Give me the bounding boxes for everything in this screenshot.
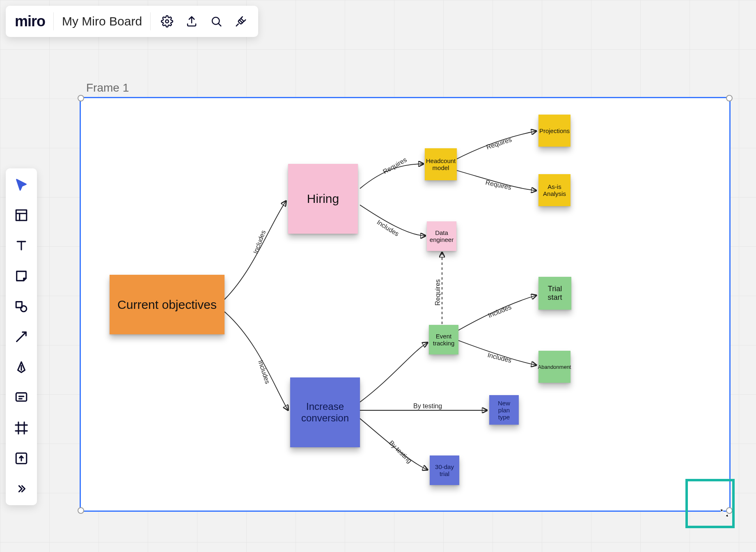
more-tools[interactable] [13, 481, 30, 497]
search-button[interactable] [208, 13, 225, 30]
select-tool[interactable] [13, 177, 30, 193]
svg-text:Includes: Includes [257, 359, 271, 385]
svg-point-5 [21, 306, 27, 312]
frame-1[interactable]: Includes Includes Requires Includes Requ… [80, 97, 731, 512]
frame-label[interactable]: Frame 1 [86, 81, 129, 94]
svg-point-1 [212, 17, 220, 25]
upload-icon [14, 451, 28, 465]
svg-point-0 [165, 20, 169, 23]
sticky-text: Abandonment [538, 364, 571, 370]
sticky-text: Projections [539, 127, 570, 134]
upload-tool[interactable] [13, 450, 30, 467]
sticky-increase-conversion[interactable]: Increase conversion [290, 377, 360, 447]
sticky-icon [14, 269, 28, 283]
sticky-tool[interactable] [13, 268, 30, 284]
sticky-text: Current objectives [117, 298, 217, 312]
pen-tool[interactable] [13, 359, 30, 375]
svg-rect-3 [16, 210, 27, 221]
sticky-30day-trial[interactable]: 30-day trial [430, 455, 459, 485]
sticky-current-objectives[interactable]: Current objectives [110, 275, 225, 334]
comment-icon [14, 391, 28, 405]
svg-text:Requires: Requires [486, 136, 513, 151]
integrations-button[interactable] [233, 13, 249, 30]
templates-icon [14, 208, 28, 222]
sticky-text: Data engineer [429, 229, 454, 243]
sticky-text: Headcount model [426, 157, 456, 171]
sticky-text: As-is Analysis [541, 183, 568, 197]
sticky-hiring[interactable]: Hiring [288, 164, 358, 234]
app-logo: miro [15, 13, 45, 30]
sticky-text: Event tracking [431, 333, 456, 347]
sticky-headcount-model[interactable]: Headcount model [425, 148, 457, 180]
gear-icon [161, 15, 173, 28]
svg-text:Includes: Includes [252, 229, 267, 255]
frame-tool[interactable] [13, 420, 30, 436]
settings-button[interactable] [159, 13, 175, 30]
search-icon [210, 15, 222, 28]
export-icon [186, 15, 198, 28]
text-icon [14, 239, 28, 253]
svg-text:Includes: Includes [487, 351, 512, 364]
templates-tool[interactable] [13, 207, 30, 223]
sticky-asis-analysis[interactable]: As-is Analysis [538, 174, 570, 206]
svg-text:By testing: By testing [413, 402, 442, 409]
separator [53, 12, 54, 30]
svg-text:Requires: Requires [485, 179, 512, 191]
shapes-icon [14, 299, 28, 313]
sticky-trial-start[interactable]: Trial start [538, 277, 571, 310]
frame-icon [14, 421, 28, 435]
shapes-tool[interactable] [13, 298, 30, 315]
svg-text:Includes: Includes [376, 218, 400, 237]
sticky-text: Hiring [307, 192, 339, 206]
resize-cursor-icon [718, 507, 731, 519]
sticky-abandonment[interactable]: Abandonment [538, 351, 570, 383]
sticky-text: Trial start [541, 285, 569, 302]
arrow-icon [14, 330, 28, 344]
svg-text:Requires: Requires [434, 279, 441, 306]
separator [150, 12, 151, 30]
pen-icon [14, 360, 28, 374]
svg-text:By testing: By testing [388, 439, 413, 465]
sticky-text: Increase conversion [293, 401, 357, 424]
plug-icon [235, 15, 247, 28]
cursor-icon [14, 178, 28, 192]
sticky-new-plan-type[interactable]: New plan type [489, 395, 519, 425]
left-toolbar [6, 168, 37, 505]
top-toolbar: miro My Miro Board [6, 6, 258, 37]
text-tool[interactable] [13, 237, 30, 254]
sticky-event-tracking[interactable]: Event tracking [429, 325, 458, 354]
comment-tool[interactable] [13, 389, 30, 406]
sticky-text: New plan type [492, 400, 516, 421]
svg-text:Includes: Includes [487, 304, 513, 319]
more-icon [14, 482, 28, 496]
sticky-data-engineer[interactable]: Data engineer [427, 221, 456, 251]
resize-highlight-box [685, 479, 735, 528]
export-button[interactable] [183, 13, 200, 30]
line-tool[interactable] [13, 329, 30, 345]
sticky-text: 30-day trial [432, 463, 457, 477]
sticky-projections[interactable]: Projections [538, 115, 570, 147]
board-title[interactable]: My Miro Board [62, 14, 142, 28]
